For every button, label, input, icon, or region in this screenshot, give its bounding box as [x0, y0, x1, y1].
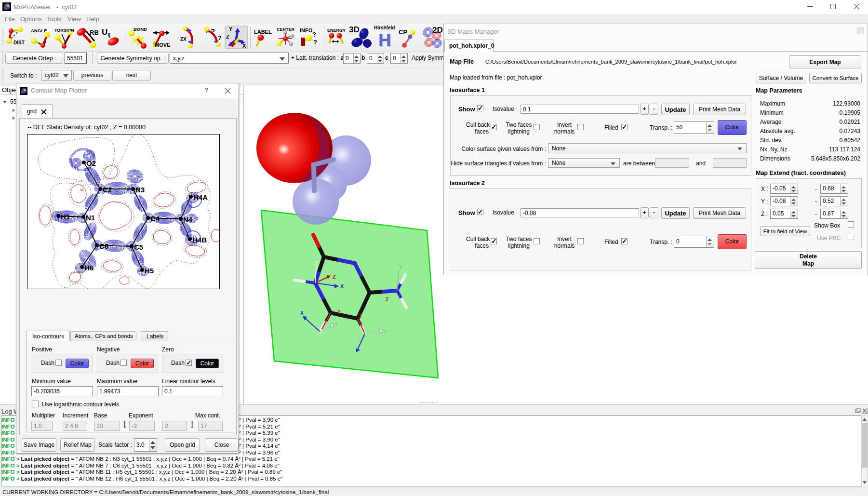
svg-text:?: ? — [218, 34, 222, 41]
svg-text:C6: C6 — [99, 242, 108, 250]
svg-text:Hirshfeld: Hirshfeld — [374, 25, 395, 30]
svg-text:ZX: ZX — [180, 37, 187, 42]
svg-text:H4B: H4B — [192, 236, 207, 244]
svg-text:CP: CP — [399, 28, 407, 36]
svg-text:H4A: H4A — [193, 193, 208, 201]
svg-text:Z: Z — [359, 314, 362, 319]
svg-text:N4: N4 — [183, 215, 193, 224]
svg-text:H: H — [378, 30, 391, 50]
svg-text:O2: O2 — [86, 159, 96, 167]
svg-text:x: x — [378, 290, 381, 295]
svg-text:?: ? — [312, 31, 316, 38]
svg-text:Y: Y — [335, 322, 338, 328]
svg-text:Z: Z — [337, 310, 340, 315]
svg-text:Z: Z — [226, 34, 229, 40]
svg-text:2D: 2D — [432, 26, 443, 35]
svg-text:C5: C5 — [134, 243, 143, 251]
svg-text:ENERGY: ENERGY — [327, 28, 346, 33]
svg-text:U: U — [102, 27, 107, 37]
svg-text:55: 55 — [10, 99, 16, 105]
svg-text:Y: Y — [229, 26, 233, 32]
svg-text:3D: 3D — [349, 25, 360, 34]
svg-text:H6: H6 — [84, 264, 93, 272]
svg-text:Y: Y — [317, 256, 320, 261]
svg-text:X: X — [340, 283, 344, 289]
svg-text:LABEL: LABEL — [254, 29, 272, 35]
svg-text:BOND: BOND — [134, 27, 147, 32]
svg-text:X: X — [300, 310, 304, 316]
svg-text:Z: Z — [386, 297, 388, 302]
svg-text:MOVE: MOVE — [155, 42, 170, 48]
svg-text:ij: ij — [108, 33, 110, 38]
svg-text:Y: Y — [399, 265, 402, 270]
svg-text:INFO: INFO — [300, 27, 313, 33]
svg-text:H1: H1 — [61, 213, 70, 221]
svg-text:C4: C4 — [150, 214, 160, 223]
svg-text:Y: Y — [384, 329, 387, 335]
svg-text:X: X — [242, 43, 246, 49]
svg-text:DIST: DIST — [13, 40, 25, 45]
svg-text:?: ? — [211, 27, 215, 35]
svg-text:?: ? — [313, 39, 317, 46]
svg-text:N1: N1 — [86, 214, 95, 222]
svg-text:H5: H5 — [145, 267, 154, 275]
svg-text:RB: RB — [90, 29, 99, 36]
svg-text:Z: Z — [333, 274, 336, 280]
svg-text:C2: C2 — [103, 186, 112, 194]
svg-text:N3: N3 — [135, 186, 145, 194]
svg-text:ANGLE: ANGLE — [31, 28, 47, 33]
